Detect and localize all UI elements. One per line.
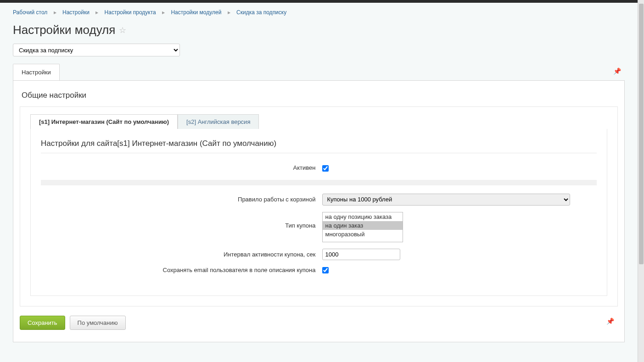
pin-icon[interactable]: 📌 <box>613 67 621 75</box>
chevron-right-icon: ▶ <box>162 11 165 15</box>
coupon-type-option[interactable]: на один заказ <box>323 221 403 230</box>
inner-content: Настройки для сайта[s1] Интернет-магазин… <box>30 129 607 296</box>
inner-tab-s1[interactable]: [s1] Интернет-магазин (Сайт по умолчанию… <box>30 114 178 129</box>
breadcrumb-item[interactable]: Настройки <box>62 9 90 16</box>
inner-tab-s2[interactable]: [s2] Английская версия <box>178 114 259 129</box>
chevron-right-icon: ▶ <box>228 11 230 15</box>
breadcrumb-item[interactable]: Рабочий стол <box>13 9 47 16</box>
coupon-type-option[interactable]: многоразовый <box>323 230 403 239</box>
settings-panel: Общие настройки [s1] Интернет-магазин (С… <box>13 80 625 342</box>
actions: Сохранить По умолчанию 📌 <box>20 314 618 332</box>
breadcrumb-item[interactable]: Настройки модулей <box>171 9 221 16</box>
tab-settings[interactable]: Настройки <box>13 64 60 80</box>
scrollbar[interactable] <box>638 0 644 361</box>
coupon-type-label: Тип купона <box>41 212 316 229</box>
basket-rule-select[interactable]: Купоны на 1000 рублей <box>322 194 570 206</box>
active-checkbox[interactable] <box>322 165 329 172</box>
divider <box>41 153 597 153</box>
breadcrumb-item[interactable]: Настройки продукта <box>105 9 156 16</box>
page-title: Настройки модуля ☆ <box>13 20 625 44</box>
breadcrumb-item[interactable]: Скидка за подписку <box>236 9 286 16</box>
module-select[interactable]: Скидка за подписку <box>13 44 180 56</box>
active-label: Активен <box>41 164 316 171</box>
interval-input[interactable] <box>322 249 400 260</box>
inner-heading: Настройки для сайта[s1] Интернет-магазин… <box>41 136 597 153</box>
section-title: Общие настройки <box>20 89 618 106</box>
star-icon[interactable]: ☆ <box>119 25 126 35</box>
module-select-wrap: Скидка за подписку <box>13 44 625 56</box>
chevron-right-icon: ▶ <box>54 11 56 15</box>
spacer-bar <box>41 180 597 185</box>
coupon-type-option[interactable]: на одну позицию заказа <box>323 212 403 221</box>
reset-button[interactable]: По умолчанию <box>70 316 126 330</box>
chevron-right-icon: ▶ <box>95 11 98 15</box>
breadcrumb: Рабочий стол ▶ Настройки ▶ Настройки про… <box>13 3 625 20</box>
save-button[interactable]: Сохранить <box>20 316 65 330</box>
pin-icon[interactable]: 📌 <box>606 317 614 325</box>
coupon-type-listbox[interactable]: на одну позицию заказа на один заказ мно… <box>322 212 403 242</box>
save-email-label: Сохранять email пользователя в поле опис… <box>41 267 316 273</box>
interval-label: Интервал активности купона, сек <box>41 251 316 258</box>
page-title-text: Настройки модуля <box>13 23 115 37</box>
save-email-checkbox[interactable] <box>322 267 329 273</box>
basket-rule-label: Правило работы с корзиной <box>41 196 316 203</box>
